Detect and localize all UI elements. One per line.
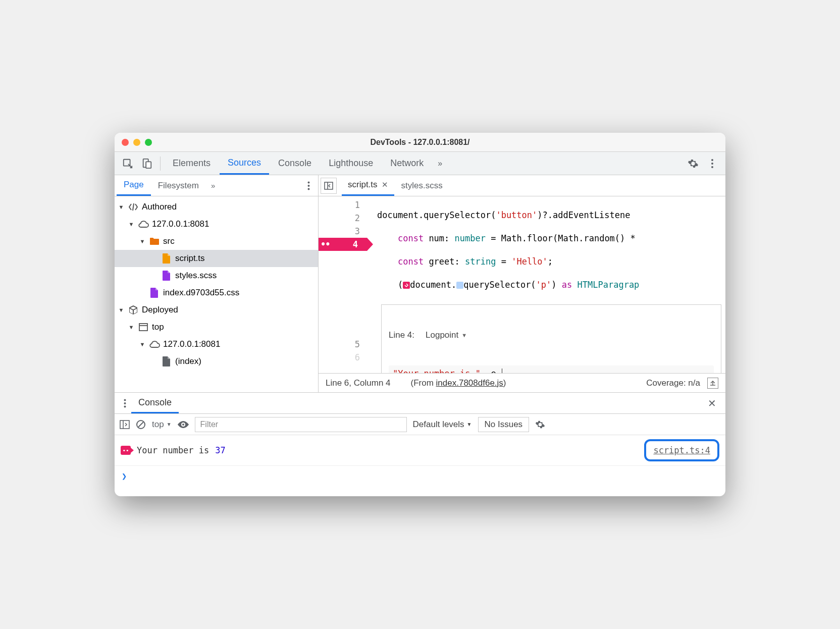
console-sidebar-toggle-icon[interactable] xyxy=(120,420,130,429)
svg-point-16 xyxy=(124,402,126,404)
file-css-icon xyxy=(149,288,160,298)
file-icon xyxy=(161,356,172,366)
editor-tab-styles[interactable]: styles.scss xyxy=(395,175,449,196)
tree-host[interactable]: ▼ 127.0.0.1:8081 xyxy=(115,216,318,233)
nav-tab-filesystem[interactable]: Filesystem xyxy=(151,175,206,196)
svg-rect-13 xyxy=(403,282,410,289)
tree-label: Deployed xyxy=(142,305,178,315)
tree-authored[interactable]: ▼ Authored xyxy=(115,198,318,216)
tree-top[interactable]: ▼ top xyxy=(115,319,318,336)
editor-tab-label: script.ts xyxy=(348,180,378,190)
code-editor[interactable]: 1 2 3 ••4 5 6 document.querySelector('bu… xyxy=(319,196,725,373)
svg-point-4 xyxy=(711,163,713,165)
line-gutter: 1 2 3 ••4 5 6 xyxy=(319,196,367,373)
drawer-tabs: Console ✕ xyxy=(115,392,725,413)
tree-file-index[interactable]: (index) xyxy=(115,353,318,370)
log-source-link[interactable]: script.ts:4 xyxy=(644,439,719,461)
nav-options-icon[interactable] xyxy=(301,181,316,190)
editor-statusbar: Line 6, Column 4 (From index.7808df6e.js… xyxy=(319,373,725,392)
editor-pane: script.ts ✕ styles.scss 1 2 3 ••4 5 6 do xyxy=(319,175,725,392)
console-filter-input[interactable]: Filter xyxy=(195,417,407,432)
nav-more-tabs-icon[interactable]: » xyxy=(206,181,220,190)
tree-file-script[interactable]: script.ts xyxy=(115,250,318,267)
svg-point-3 xyxy=(711,159,713,161)
drawer-options-icon[interactable] xyxy=(119,399,131,408)
file-scss-icon xyxy=(161,271,172,281)
svg-point-15 xyxy=(124,399,126,401)
inspect-element-icon[interactable] xyxy=(119,154,137,173)
logpoint-expression-input[interactable]: "Your number is ", e xyxy=(389,365,714,373)
tab-lighthouse[interactable]: Lighthouse xyxy=(321,152,381,175)
nav-tab-page[interactable]: Page xyxy=(117,175,151,196)
console-settings-icon[interactable] xyxy=(535,420,545,430)
sources-panel: Page Filesystem » ▼ Authored ▼ 127.0.0.1… xyxy=(115,175,725,392)
svg-rect-14 xyxy=(456,282,463,289)
svg-rect-18 xyxy=(120,421,129,429)
tree-file-styles[interactable]: styles.scss xyxy=(115,267,318,284)
tree-label: Authored xyxy=(142,202,177,212)
cloud-icon xyxy=(149,340,160,348)
box-icon xyxy=(128,305,139,315)
code-content[interactable]: document.querySelector('button')?.addEve… xyxy=(367,196,725,373)
svg-point-5 xyxy=(711,166,713,168)
tab-elements[interactable]: Elements xyxy=(165,152,219,175)
logpoint-marker[interactable]: ••4 xyxy=(319,238,367,251)
navigator-tabs: Page Filesystem » xyxy=(115,175,318,196)
console-prompt[interactable]: ❯ xyxy=(115,466,725,496)
tree-folder-src[interactable]: ▼ src xyxy=(115,233,318,250)
coverage-label: Coverage: n/a xyxy=(646,378,700,388)
context-selector[interactable]: top ▼ xyxy=(152,420,172,430)
line-number[interactable]: 5 xyxy=(319,338,367,351)
titlebar: DevTools - 127.0.0.1:8081/ xyxy=(115,133,725,152)
line-number[interactable]: 2 xyxy=(319,212,367,225)
drawer-tab-console[interactable]: Console xyxy=(131,393,179,413)
file-ts-icon xyxy=(161,253,172,264)
tab-network[interactable]: Network xyxy=(382,152,432,175)
log-levels-selector[interactable]: Default levels ▼ xyxy=(413,420,472,430)
more-tabs-icon[interactable]: » xyxy=(433,159,447,168)
line-number[interactable]: 3 xyxy=(319,225,367,238)
log-message: Your number is xyxy=(137,445,209,455)
code-brackets-icon xyxy=(128,202,139,212)
pretty-print-icon[interactable] xyxy=(707,378,718,389)
folder-icon xyxy=(149,237,160,245)
line-number[interactable]: 6 xyxy=(319,351,367,364)
show-navigator-icon[interactable] xyxy=(321,178,337,194)
clear-console-icon[interactable] xyxy=(136,420,146,430)
close-tab-icon[interactable]: ✕ xyxy=(382,180,388,189)
issues-button[interactable]: No Issues xyxy=(478,417,530,432)
svg-line-21 xyxy=(138,422,143,427)
svg-rect-9 xyxy=(139,324,147,331)
log-value: 37 xyxy=(215,445,225,455)
file-tree: ▼ Authored ▼ 127.0.0.1:8081 ▼ src xyxy=(115,196,318,392)
device-toolbar-icon[interactable] xyxy=(138,154,156,173)
console-output: •• Your number is 37 script.ts:4 ❯ xyxy=(115,435,725,496)
tab-sources[interactable]: Sources xyxy=(220,152,269,175)
cloud-icon xyxy=(138,220,149,228)
editor-tab-script[interactable]: script.ts ✕ xyxy=(342,175,394,196)
tab-console[interactable]: Console xyxy=(270,152,320,175)
logpoint-badge-icon: •• xyxy=(121,446,131,455)
frame-icon xyxy=(138,323,149,331)
navigator-pane: Page Filesystem » ▼ Authored ▼ 127.0.0.1… xyxy=(115,175,319,392)
tree-file-indexcss[interactable]: index.d9703d55.css xyxy=(115,284,318,301)
line-number[interactable]: 1 xyxy=(319,198,367,212)
svg-point-7 xyxy=(308,185,310,187)
devtools-window: DevTools - 127.0.0.1:8081/ Elements Sour… xyxy=(115,133,725,496)
toolbar-divider xyxy=(160,156,161,171)
live-expression-icon[interactable] xyxy=(178,421,189,428)
editor-tab-label: styles.scss xyxy=(401,181,443,191)
tree-label: styles.scss xyxy=(175,271,217,281)
tree-host2[interactable]: ▼ 127.0.0.1:8081 xyxy=(115,336,318,353)
settings-icon[interactable] xyxy=(684,154,702,173)
bp-type-select[interactable]: Logpoint ▼ xyxy=(426,330,467,340)
tree-label: top xyxy=(152,322,164,332)
console-log-row[interactable]: •• Your number is 37 script.ts:4 xyxy=(115,435,725,466)
tree-label: src xyxy=(163,236,175,246)
tree-deployed[interactable]: ▼ Deployed xyxy=(115,301,318,319)
source-map-link[interactable]: index.7808df6e.js xyxy=(436,378,503,388)
close-drawer-icon[interactable]: ✕ xyxy=(703,397,721,409)
source-map-info: (From index.7808df6e.js) xyxy=(411,378,506,388)
more-options-icon[interactable] xyxy=(703,154,721,173)
svg-point-8 xyxy=(308,188,310,190)
